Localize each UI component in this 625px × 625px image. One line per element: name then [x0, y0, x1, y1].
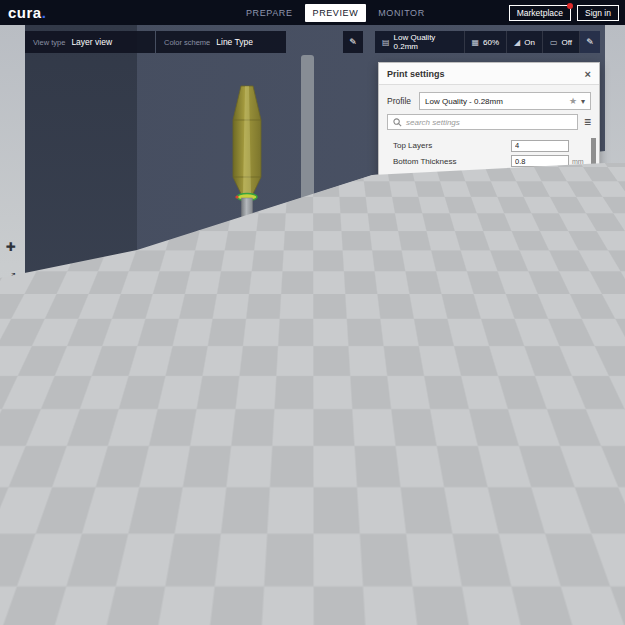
setting-value: Zig Zag: [515, 203, 561, 212]
info-icon[interactable]: i: [583, 552, 593, 562]
setting-input[interactable]: 4: [511, 171, 569, 183]
setting-checkbox[interactable]: [511, 343, 520, 352]
summary-adhesion[interactable]: ▭ Off: [543, 31, 580, 53]
print-as-support-icon[interactable]: ◧: [31, 399, 46, 414]
summary-support[interactable]: ◢ On: [507, 31, 543, 53]
setting-checkbox[interactable]: [511, 234, 520, 243]
color-scheme-dropdown[interactable]: Color scheme Line Type: [156, 31, 286, 53]
setting-input[interactable]: 0: [511, 441, 569, 453]
setting-input[interactable]: 4: [511, 140, 569, 152]
setting-value: Zig Zag: [515, 188, 561, 197]
clock-icon: [468, 551, 479, 562]
rotate-tool[interactable]: ↻: [0, 296, 21, 318]
setting-row: Top/Bottom Pattern↻Zig Zag▾: [379, 185, 587, 201]
setting-label: Bottom Thickness: [379, 157, 500, 166]
profile-dropdown[interactable]: Low Quality - 0.28mm ★ ▾: [419, 92, 591, 110]
reset-icon[interactable]: ↻: [500, 396, 511, 405]
setting-checkbox[interactable]: ✓: [511, 219, 520, 228]
setting-label: Infill Density: [379, 380, 500, 389]
setting-checkbox[interactable]: [511, 458, 520, 467]
print-settings-summary-bar[interactable]: ▤ Low Quality 0.2mm ▦ 60% ◢ On ▭ Off ✎: [375, 31, 600, 53]
remove-setting-button[interactable]: −: [178, 417, 189, 427]
support-blocker-tool[interactable]: ⊘: [0, 386, 21, 408]
close-icon[interactable]: ×: [585, 68, 591, 80]
layer-slider-top-handle[interactable]: [611, 238, 621, 248]
play-button[interactable]: [222, 613, 231, 623]
per-model-setting-input[interactable]: 0%: [123, 416, 175, 429]
job-info-panel: 53 minutes i ◎ 3g · 1.04m Print with Oct…: [460, 544, 601, 620]
setting-row: Fill Gaps Between WallsEverywhere▾: [379, 293, 587, 309]
setting-label: Minimum Infill Area: [379, 442, 500, 451]
tab-monitor[interactable]: MONITOR: [370, 4, 433, 22]
normal-model-icon[interactable]: ▣: [31, 382, 46, 397]
per-model-setting-input[interactable]: 0: [123, 400, 175, 413]
per-model-settings-tool[interactable]: ▦: [0, 356, 21, 378]
scrollbar-thumb[interactable]: [591, 138, 596, 210]
setting-input[interactable]: 1: [511, 410, 569, 422]
scale-tool[interactable]: ⤢: [0, 266, 21, 288]
search-input[interactable]: search settings: [387, 114, 578, 130]
setting-input[interactable]: 1.5: [511, 472, 569, 484]
per-model-setting-row: Wall Line Count2−: [54, 382, 189, 398]
print-with-octoprint-button[interactable]: Print with OctoPrint ▴: [468, 582, 593, 602]
per-model-setting-input[interactable]: 2: [123, 384, 175, 397]
model-right-selected[interactable]: [307, 205, 341, 620]
sign-in-button[interactable]: Sign in: [577, 5, 619, 21]
setting-dropdown[interactable]: Everywhere▾: [511, 295, 569, 307]
setting-input[interactable]: 0.8: [511, 155, 569, 167]
notification-dot: [567, 3, 573, 9]
model-ghost-pillar[interactable]: [301, 55, 314, 211]
tab-preview[interactable]: PREVIEW: [305, 4, 367, 22]
summary-infill[interactable]: ▦ 60%: [465, 31, 508, 53]
summary-profile-value: Low Quality 0.2mm: [394, 33, 457, 51]
corner-control-right[interactable]: [17, 616, 30, 624]
path-slider-track[interactable]: [237, 620, 395, 622]
corner-control-left[interactable]: [1, 616, 14, 624]
setting-checkbox[interactable]: ✓: [511, 265, 520, 274]
star-icon[interactable]: ★: [569, 96, 577, 106]
reset-icon[interactable]: ↻: [500, 380, 511, 389]
settings-menu-icon[interactable]: ≡: [584, 116, 591, 128]
summary-profile[interactable]: ▤ Low Quality 0.2mm: [375, 31, 465, 53]
profile-label: Profile: [387, 96, 411, 106]
select-settings-button[interactable]: Select settings: [54, 453, 118, 468]
view-type-dropdown[interactable]: View type Layer view: [25, 31, 155, 53]
tab-prepare[interactable]: PREPARE: [238, 4, 301, 22]
per-model-setting-row: Infill Density0%−: [54, 414, 189, 430]
settings-list: Top Layers4Bottom Thickness0.8mmBottom L…: [379, 136, 599, 493]
recommended-button[interactable]: ‹ Recommended: [389, 498, 471, 515]
top-bar: cura. PREPARE PREVIEW MONITOR Marketplac…: [0, 0, 625, 25]
setting-checkbox[interactable]: ✓: [511, 312, 520, 321]
setting-checkbox[interactable]: [511, 250, 520, 259]
setting-dropdown[interactable]: Cubic Subdivision▾: [511, 394, 569, 406]
reset-icon[interactable]: ↻: [500, 188, 511, 197]
setting-input[interactable]: 0: [511, 425, 569, 437]
mirror-tool[interactable]: ⇔: [0, 326, 21, 348]
remove-setting-button[interactable]: −: [178, 401, 189, 411]
mesh-type-dropdown[interactable]: Normal model ▾: [101, 361, 189, 376]
dont-support-overlaps-icon[interactable]: ◫: [31, 433, 46, 448]
path-slider-handle[interactable]: [380, 616, 389, 625]
mesh-type-value: Normal model: [106, 364, 177, 373]
chevron-up-icon[interactable]: ▴: [577, 588, 593, 596]
edit-settings-pencil-icon[interactable]: ✎: [580, 31, 600, 53]
layer-slider[interactable]: [610, 238, 622, 448]
profile-value: Low Quality - 0.28mm: [425, 97, 565, 106]
modify-settings-overlaps-icon[interactable]: ▦: [31, 416, 46, 431]
setting-dropdown[interactable]: Zig Zag▾: [511, 202, 569, 214]
setting-dropdown[interactable]: Zig Zag▾: [511, 186, 569, 198]
scrollbar-track[interactable]: [591, 138, 596, 491]
layer-slider-bottom-handle[interactable]: [611, 432, 621, 442]
setting-input[interactable]: 60: [511, 379, 569, 391]
marketplace-button[interactable]: Marketplace: [509, 5, 571, 21]
layer-slider-track[interactable]: [615, 243, 617, 443]
setting-label: Top/Bottom Pattern: [379, 188, 500, 197]
section-header-infill[interactable]: ▦Infill▾: [379, 358, 587, 374]
remove-setting-button[interactable]: −: [178, 385, 189, 395]
per-model-setting-value: 0: [127, 418, 165, 427]
model-left-key[interactable]: [226, 86, 266, 598]
setting-checkbox[interactable]: ✓: [511, 281, 520, 290]
move-tool[interactable]: ✚: [0, 236, 21, 258]
setting-input[interactable]: 0: [511, 326, 569, 338]
edit-view-pencil-icon[interactable]: ✎: [343, 31, 363, 53]
